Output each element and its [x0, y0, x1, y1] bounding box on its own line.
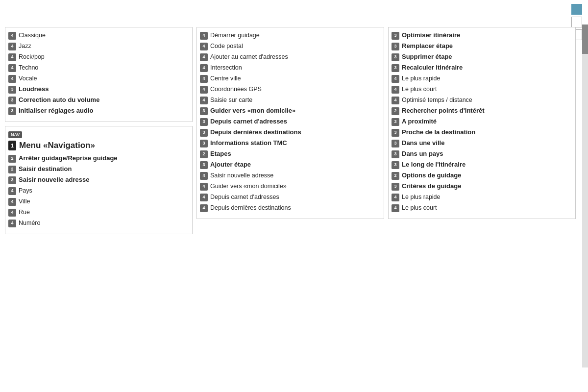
item-text-3: Techno: [19, 64, 38, 72]
list-item: 4 Guider vers «mon domicile»: [200, 182, 381, 191]
item-text-1: Remplacer étape: [402, 42, 453, 50]
badge-2: 4: [200, 53, 208, 61]
nav-icon: NAV: [8, 130, 189, 141]
item-text-7: Initialiser réglages audio: [19, 107, 93, 115]
page-square-1: [571, 4, 582, 15]
list-item: 2 Saisir destination: [8, 165, 189, 173]
badge-3: 4: [200, 64, 208, 72]
list-item: 4 Code postal: [200, 42, 381, 50]
badge-14: 3: [392, 183, 399, 191]
list-item: 4 Classique: [8, 31, 189, 40]
badge-7: 2: [392, 107, 399, 115]
item-text-4: Le plus rapide: [402, 74, 441, 82]
navigation-box: NAV 1 Menu «Navigation» 2 Arrêter guidag…: [5, 126, 193, 234]
item-text-13: Saisir nouvelle adresse: [210, 172, 273, 179]
nav-title-badge: 1: [8, 141, 16, 150]
item-text-7: Rechercher points d'intérêt: [402, 107, 485, 115]
badge-2: 3: [8, 176, 16, 184]
badge-0: 3: [392, 32, 399, 40]
badge-9: 3: [392, 129, 399, 137]
item-text-1: Code postal: [210, 42, 243, 50]
badge-1: 4: [8, 43, 16, 50]
badge-0: 4: [8, 32, 16, 40]
list-item: 3 Saisir nouvelle adresse: [8, 176, 189, 184]
list-item: 4 Depuis carnet d'adresses: [200, 193, 381, 201]
list-item: 3 Correction auto du volume: [8, 96, 189, 104]
item-text-6: Numéro: [19, 219, 40, 227]
list-item: 3 Le long de l'itinéraire: [392, 161, 572, 169]
item-text-12: Le long de l'itinéraire: [402, 161, 466, 169]
item-text-9: Proche de la destination: [402, 128, 475, 137]
scrollbar-thumb[interactable]: [582, 24, 588, 54]
badge-3: 4: [8, 187, 16, 195]
item-text-10: Informations station TMC: [210, 139, 287, 147]
column-1: 4 Classique 4 Jazz 4 Rock/pop 4 Techno 4…: [5, 27, 193, 387]
badge-12: 3: [392, 161, 399, 169]
item-text-5: Le plus court: [402, 85, 437, 93]
badge-5: 3: [8, 86, 16, 94]
badge-3: 4: [8, 64, 16, 72]
list-item: 4 Numéro: [8, 219, 189, 227]
item-text-6: Correction auto du volume: [19, 96, 99, 104]
list-item: 3 Optimiser itinéraire: [392, 31, 572, 40]
badge-2: 4: [8, 53, 16, 61]
list-item: 4 Le plus rapide: [392, 193, 572, 201]
badge-11: 3: [392, 150, 399, 158]
item-text-4: Ville: [19, 197, 30, 205]
itinerary-box: 3 Optimiser itinéraire 3 Remplacer étape…: [388, 27, 576, 219]
item-text-2: Supprimer étape: [402, 53, 452, 61]
item-text-0: Optimiser itinéraire: [402, 31, 460, 40]
badge-8: 3: [392, 118, 399, 126]
item-text-0: Arrêter guidage/Reprise guidage: [19, 154, 118, 163]
list-item: 4 Saisie sur carte: [200, 96, 381, 104]
list-item: 2 Options de guidage: [392, 172, 572, 180]
badge-4: 4: [200, 75, 208, 83]
list-item: 4 Saisir nouvelle adresse: [200, 172, 381, 180]
list-item: 4 Rock/pop: [8, 53, 189, 61]
item-text-8: Depuis carnet d'adresses: [210, 118, 287, 126]
list-item: 3 Dans un pays: [392, 150, 572, 158]
list-item: 4 Intersection: [200, 64, 381, 72]
item-text-3: Pays: [19, 187, 32, 195]
item-text-13: Options de guidage: [402, 172, 461, 180]
item-text-3: Intersection: [210, 64, 242, 72]
item-text-14: Guider vers «mon domicile»: [210, 182, 287, 190]
badge-0: 4: [200, 32, 208, 40]
item-text-6: Optimisé temps / distance: [402, 96, 472, 104]
badge-10: 3: [200, 140, 208, 147]
item-text-4: Vocale: [19, 74, 37, 82]
badge-7: 3: [200, 107, 208, 115]
item-text-2: Saisir nouvelle adresse: [19, 176, 90, 184]
list-item: 4 Le plus court: [392, 85, 572, 94]
list-item: 3 Critères de guidage: [392, 182, 572, 191]
item-text-10: Dans une ville: [402, 139, 444, 147]
badge-6: 4: [392, 97, 399, 104]
list-item: 3 Depuis dernières destinations: [200, 128, 381, 137]
list-item: 4 Pays: [8, 187, 189, 195]
item-text-1: Jazz: [19, 42, 31, 50]
badge-15: 4: [392, 194, 399, 201]
item-text-7: Guider vers «mon domicile»: [210, 107, 295, 115]
badge-1: 2: [8, 166, 16, 173]
badge-9: 3: [200, 129, 208, 137]
item-text-1: Saisir destination: [19, 165, 72, 173]
item-text-9: Depuis dernières destinations: [210, 128, 301, 137]
item-text-5: Loudness: [19, 85, 49, 94]
badge-13: 4: [200, 172, 208, 180]
list-item: 4 Techno: [8, 64, 189, 72]
item-text-14: Critères de guidage: [402, 182, 461, 191]
badge-4: 4: [8, 75, 16, 83]
list-item: 4 Optimisé temps / distance: [392, 96, 572, 104]
list-item: 2 Etapes: [200, 150, 381, 158]
list-item: 3 Informations station TMC: [200, 139, 381, 147]
badge-4: 4: [392, 75, 399, 83]
item-text-2: Ajouter au carnet d'adresses: [210, 53, 288, 61]
list-item: 3 Recalculer itinéraire: [392, 64, 572, 72]
scrollbar[interactable]: [582, 24, 588, 368]
list-item: 3 Ajouter étape: [200, 161, 381, 169]
item-text-2: Rock/pop: [19, 53, 45, 61]
destination-box: 4 Démarrer guidage 4 Code postal 4 Ajout…: [196, 27, 384, 219]
item-text-11: Dans un pays: [402, 150, 443, 158]
badge-8: 3: [200, 118, 208, 126]
badge-1: 3: [392, 43, 399, 50]
